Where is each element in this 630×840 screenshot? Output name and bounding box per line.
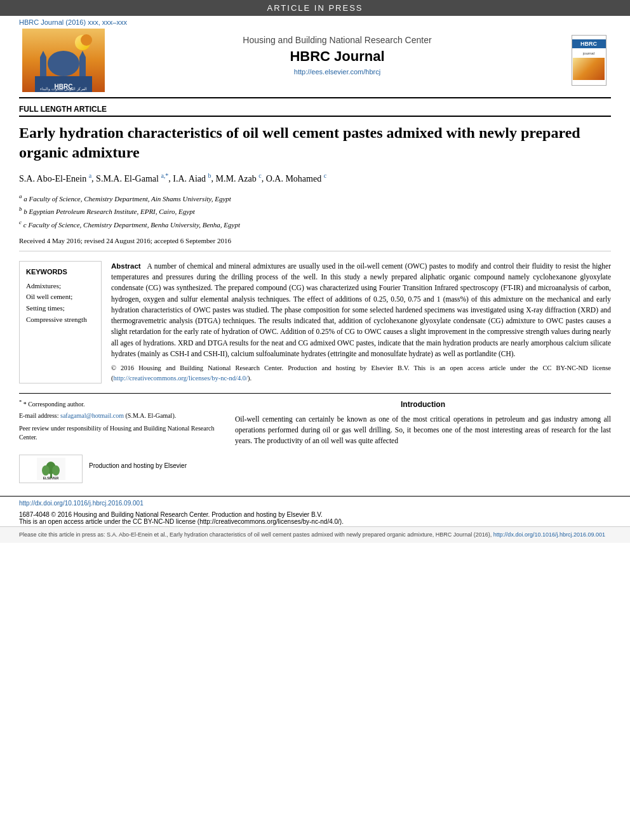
elsevier-logo-icon: ELSEVIER: [37, 458, 65, 480]
journal-citation: HBRC Journal (2016) xxx, xxx–xxx: [0, 16, 630, 29]
abstract-content: Abstract A number of chemical and minera…: [111, 261, 611, 383]
authors-line: S.A. Abo-El-Enein a, S.M.A. El-Gamal a,*…: [19, 172, 611, 184]
elsevier-logo: ELSEVIER: [19, 455, 83, 483]
author-sup-a2: a,*: [161, 172, 168, 179]
correspondence-section: * * Corresponding author. E-mail address…: [19, 393, 611, 483]
issn-section: 1687-4048 © 2016 Housing and Building Na…: [0, 510, 630, 526]
hbrc-logo-right: HBRC journal: [566, 29, 611, 92]
intro-heading: Introduction: [235, 399, 611, 410]
journal-citation-text: HBRC Journal (2016) xxx, xxx–xxx: [19, 18, 127, 26]
intro-text: Oil-well cementing can certainly be know…: [235, 414, 611, 447]
hbrc-small-label: HBRC: [572, 39, 606, 48]
hbrc-right-logo-box: HBRC journal: [572, 35, 607, 86]
open-access-line: This is an open access article under the…: [19, 518, 611, 525]
header-center: Housing and Building National Research C…: [108, 29, 566, 92]
keywords-title: KEYWORDS: [26, 268, 95, 276]
corresponding-label: * * Corresponding author.: [19, 399, 222, 409]
doi-bar: http://dx.doi.org/10.1016/j.hbrcj.2016.0…: [0, 496, 630, 510]
keywords-list: Admixtures; Oil well cement; Setting tim…: [26, 281, 95, 325]
svg-point-2: [81, 34, 92, 46]
footnote-left: * * Corresponding author. E-mail address…: [19, 399, 222, 483]
svg-point-3: [48, 51, 79, 76]
page-header: HBRC المركز القومي للبحوث والبناء Housin…: [19, 29, 611, 98]
doi-url[interactable]: http://dx.doi.org/10.1016/j.hbrcj.2016.0…: [19, 500, 144, 507]
article-in-press-banner: ARTICLE IN PRESS: [0, 0, 630, 16]
article-type: FULL LENGTH ARTICLE: [19, 105, 611, 117]
journal-title: HBRC Journal: [121, 48, 554, 65]
institution-name: Housing and Building National Research C…: [121, 35, 554, 45]
arabic-text: المركز القومي للبحوث والبناء: [22, 86, 105, 91]
peer-review-text: Peer review under responsibility of Hous…: [19, 424, 222, 442]
email-line: E-mail address: safagamal@hotmail.com (S…: [19, 411, 222, 420]
footer-cite-text: Please cite this article in press as: S.…: [19, 531, 492, 538]
affiliation-c: c c Faculty of Science, Chemistry Depart…: [19, 218, 611, 230]
keyword-2: Oil well cement;: [26, 291, 95, 303]
introduction-column: Introduction Oil-well cementing can cert…: [235, 399, 611, 483]
dates-line: Received 4 May 2016; revised 24 August 2…: [19, 237, 611, 251]
banner-text: ARTICLE IN PRESS: [267, 3, 363, 13]
issn-line: 1687-4048 © 2016 Housing and Building Na…: [19, 511, 611, 518]
affiliations-section: a a Faculty of Science, Chemistry Depart…: [19, 192, 611, 230]
email-address[interactable]: safagamal@hotmail.com: [60, 412, 126, 419]
svg-text:ELSEVIER: ELSEVIER: [43, 476, 58, 480]
cc-license-link[interactable]: http://creativecommons.org/licenses/by-n…: [114, 375, 248, 382]
abstract-text: A number of chemical and mineral admixtu…: [111, 262, 611, 357]
main-content: FULL LENGTH ARTICLE Early hydration char…: [0, 98, 630, 496]
author-sup-a: a: [89, 172, 91, 179]
author-sup-b: b: [208, 172, 211, 179]
keyword-1: Admixtures;: [26, 281, 95, 292]
hbrc-logo-image: HBRC المركز القومي للبحوث والبناء: [22, 29, 105, 92]
article-title: Early hydration characteristics of oil w…: [19, 123, 611, 163]
abstract-section: KEYWORDS Admixtures; Oil well cement; Se…: [19, 261, 611, 383]
author-sup-c: c: [258, 172, 261, 179]
affiliation-b: b b Egyptian Petroleum Research Institut…: [19, 204, 611, 217]
hbrc-logo-left: HBRC المركز القومي للبحوث والبناء: [19, 29, 108, 92]
production-text: Production and hosting by Elsevier: [89, 461, 187, 470]
affiliation-a: a a Faculty of Science, Chemistry Depart…: [19, 192, 611, 204]
author-sup-c2: c: [324, 172, 326, 179]
journal-url[interactable]: http://ees.elsevier.com/hbrcj: [121, 68, 554, 76]
footer-bar: Please cite this article in press as: S.…: [0, 526, 630, 543]
svg-point-13: [42, 465, 50, 476]
keyword-4: Compressive strength: [26, 314, 95, 326]
footer-doi-link[interactable]: http://dx.doi.org/10.1016/j.hbrcj.2016.0…: [493, 531, 605, 538]
abstract-copyright: © 2016 Housing and Building National Res…: [111, 363, 611, 383]
keyword-3: Setting times;: [26, 303, 95, 314]
abstract-label: Abstract: [111, 262, 141, 270]
keywords-box: KEYWORDS Admixtures; Oil well cement; Se…: [19, 261, 102, 383]
svg-point-14: [52, 465, 60, 476]
